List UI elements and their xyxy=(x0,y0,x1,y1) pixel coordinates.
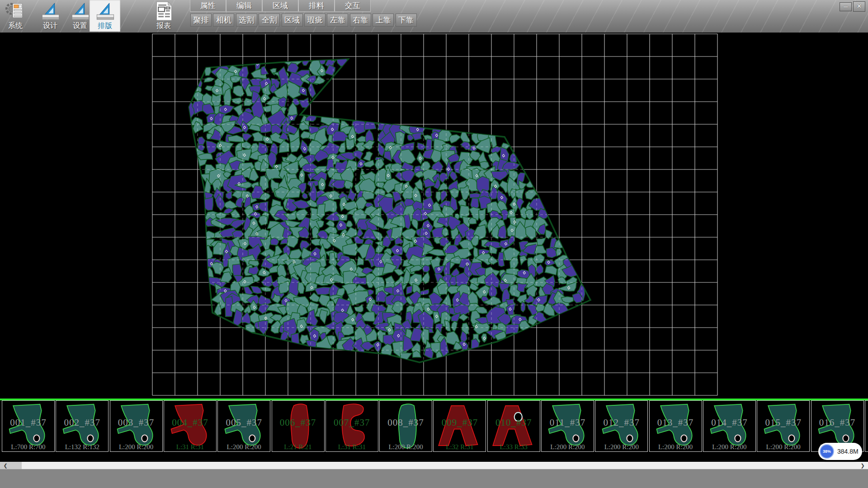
piece-thumb-015[interactable]: 015_#37L:200 R:200 xyxy=(757,400,810,452)
piece-lr-label: L:32 R:31 xyxy=(434,443,486,451)
piece-lr-label: L:200 R:200 xyxy=(703,443,755,451)
piece-id-label: 014_#37 xyxy=(703,417,755,428)
minimize-button[interactable]: ─ xyxy=(840,2,852,11)
menu-properties[interactable]: 属性 xyxy=(190,0,226,12)
piece-lr-label: L:200 R:200 xyxy=(110,443,162,451)
piece-lr-label: L:200 R:200 xyxy=(380,443,432,451)
piece-id-label: 002_#37 xyxy=(56,417,108,428)
horizontal-scrollbar-thumb[interactable] xyxy=(22,462,868,469)
nav-button-system[interactable]: 系统 xyxy=(2,0,29,32)
piece-id-label: 011_#37 xyxy=(542,417,594,428)
piece-id-label: 001_#37 xyxy=(2,417,54,428)
tool-snap-top[interactable]: 上靠 xyxy=(373,14,394,27)
bottom-status-bar xyxy=(0,469,868,488)
piece-id-label: 004_#37 xyxy=(164,417,216,428)
tool-snap-right[interactable]: 右靠 xyxy=(350,14,371,27)
piece-id-label: 003_#37 xyxy=(110,417,162,428)
piece-id-label: 013_#37 xyxy=(650,417,702,428)
piece-thumb-001[interactable]: 001_#37L:700 R:700 xyxy=(2,400,55,452)
menu-nesting[interactable]: 排料 xyxy=(298,0,335,12)
piece-thumb-partial[interactable] xyxy=(865,400,868,452)
top-toolbar: 系统设计设置排版报表 属性编辑区域排料交互 聚排相机选割全割区域瑕疵左靠右靠上靠… xyxy=(0,0,868,33)
piece-lr-label: L:200 R:200 xyxy=(218,443,270,451)
tool-snap-left[interactable]: 左靠 xyxy=(327,14,348,27)
piece-thumbnail-strip: 001_#37L:700 R:700002_#37L:132 R:132003_… xyxy=(0,400,868,453)
piece-thumb-004[interactable]: 004_#37L:31 R:31 xyxy=(164,400,217,452)
nav-button-layout[interactable]: 排版 xyxy=(90,0,120,32)
ruler-icon xyxy=(68,1,92,21)
piece-id-label: 005_#37 xyxy=(218,417,270,428)
piece-id-label: 006_#37 xyxy=(272,417,324,428)
piece-thumb-009[interactable]: 009_#37L:32 R:31 xyxy=(433,400,486,452)
toolbar-hatch-texture xyxy=(0,0,868,33)
piece-thumb-012[interactable]: 012_#37L:200 R:200 xyxy=(595,400,648,452)
tool-flaw[interactable]: 瑕疵 xyxy=(304,14,326,27)
tool-snap-bottom[interactable]: 下靠 xyxy=(396,14,417,27)
scroll-left-icon[interactable]: ❮ xyxy=(1,462,10,469)
piece-thumb-005[interactable]: 005_#37L:200 R:200 xyxy=(217,400,270,452)
ruler-icon xyxy=(38,1,62,21)
piece-lr-label: L:200 R:200 xyxy=(650,443,702,451)
piece-thumb-010[interactable]: 010_#37L:33 R:33 xyxy=(487,400,540,452)
piece-lr-label: L:31 R:31 xyxy=(164,443,216,451)
tool-cluster-nest[interactable]: 聚排 xyxy=(190,14,212,27)
piece-thumb-014[interactable]: 014_#37L:200 R:200 xyxy=(703,400,756,452)
piece-thumb-007[interactable]: 007_#37L:31 R:31 xyxy=(326,400,378,452)
piece-id-label: 015_#37 xyxy=(757,417,809,428)
piece-lr-label: L:700 R:700 xyxy=(2,443,54,451)
piece-thumb-011[interactable]: 011_#37L:200 R:200 xyxy=(541,400,594,452)
tool-select-cut[interactable]: 选割 xyxy=(236,14,257,27)
piece-lr-label: L:200 R:200 xyxy=(542,443,594,451)
report-icon xyxy=(152,1,175,21)
piece-thumb-008[interactable]: 008_#37L:200 R:200 xyxy=(379,400,432,452)
menu-interact[interactable]: 交互 xyxy=(335,0,371,12)
tool-camera[interactable]: 相机 xyxy=(213,14,234,27)
close-button[interactable]: ✕ xyxy=(853,1,865,12)
nav-button-design[interactable]: 设计 xyxy=(36,0,64,32)
piece-lr-label: L:31 R:31 xyxy=(326,443,378,451)
memory-usage-value: 384.8M xyxy=(837,443,859,460)
piece-lr-label: L:200 R:200 xyxy=(757,443,809,451)
piece-lr-label: L:33 R:33 xyxy=(488,443,540,451)
nav-label-layout: 排版 xyxy=(98,21,112,32)
piece-id-label: 007_#37 xyxy=(326,417,378,428)
piece-id-label: 012_#37 xyxy=(595,417,647,428)
piece-thumb-002[interactable]: 002_#37L:132 R:132 xyxy=(56,400,108,452)
piece-lr-label: L:21 R:21 xyxy=(272,443,324,451)
piece-lr-label: L:132 R:132 xyxy=(56,443,108,451)
nesting-drawing[interactable] xyxy=(0,33,868,462)
ruler-icon xyxy=(93,1,117,21)
nav-label-design: 设计 xyxy=(43,21,57,32)
nav-button-report[interactable]: 报表 xyxy=(149,0,178,32)
gear-document-icon xyxy=(4,1,27,21)
nav-label-report: 报表 xyxy=(156,21,171,32)
application-window: 系统设计设置排版报表 属性编辑区域排料交互 聚排相机选割全割区域瑕疵左靠右靠上靠… xyxy=(0,0,868,488)
tool-region[interactable]: 区域 xyxy=(282,14,303,27)
menu-region[interactable]: 区域 xyxy=(262,0,298,12)
piece-thumb-006[interactable]: 006_#37L:21 R:21 xyxy=(272,400,325,452)
piece-lr-label: L:200 R:200 xyxy=(595,443,647,451)
piece-thumb-003[interactable]: 003_#37L:200 R:200 xyxy=(110,400,163,452)
memory-status-badge: 38% 384.8M xyxy=(818,443,862,460)
nesting-canvas[interactable] xyxy=(0,33,868,462)
piece-id-label: 008_#37 xyxy=(380,417,432,428)
nav-label-system: 系统 xyxy=(8,21,23,32)
scroll-right-icon[interactable]: ❯ xyxy=(858,462,867,469)
tool-cut-all[interactable]: 全割 xyxy=(259,14,280,27)
piece-id-label: 010_#37 xyxy=(488,417,540,428)
horizontal-scrollbar[interactable]: ❮ ❯ xyxy=(0,462,868,469)
piece-thumb-013[interactable]: 013_#37L:200 R:200 xyxy=(649,400,702,452)
nav-label-settings: 设置 xyxy=(73,21,87,32)
piece-id-label: 009_#37 xyxy=(434,417,486,428)
cpu-percent-indicator: 38% xyxy=(820,444,834,459)
piece-id-label: 016_#37 xyxy=(811,417,863,428)
menu-edit[interactable]: 编辑 xyxy=(226,0,262,12)
